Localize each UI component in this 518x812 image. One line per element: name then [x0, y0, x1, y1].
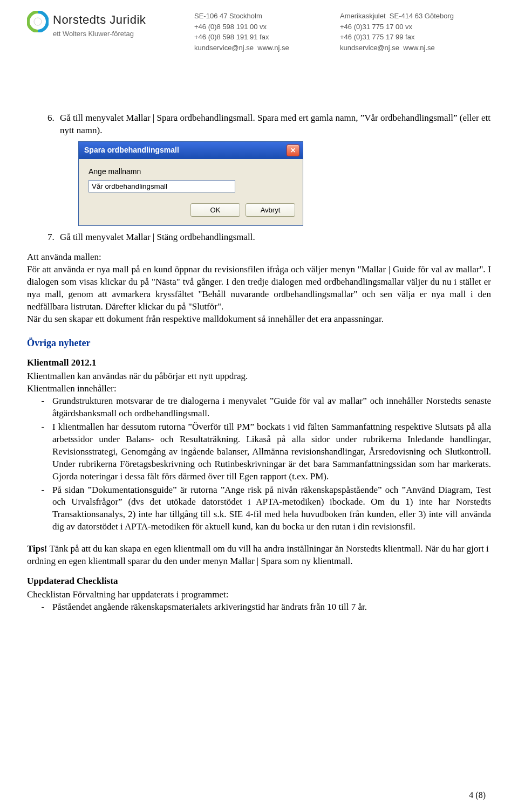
page-number: 4 (8): [469, 790, 486, 800]
col1-l2: +46 (0)8 598 191 00 vx: [194, 22, 329, 32]
heading-checklist: Uppdaterad Checklista: [27, 575, 491, 588]
logo-icon: [27, 11, 49, 32]
brand-subtitle: ett Wolters Kluwer-företag: [53, 29, 146, 39]
cancel-button[interactable]: Avbryt: [246, 203, 295, 217]
tips-label: Tips!: [27, 543, 47, 554]
step-6: Gå till menyvalet Mallar | Spara ordbeha…: [57, 112, 491, 137]
steps-continued-2: Gå till menyvalet Mallar | Stäng ordbeha…: [27, 231, 491, 244]
klient-bullet-1: Grundstrukturen motsvarar de tre dialoge…: [51, 395, 491, 420]
step-7: Gå till menyvalet Mallar | Stäng ordbeha…: [57, 231, 491, 244]
dialog-titlebar[interactable]: Spara ordbehandlingsmall ✕: [79, 142, 303, 159]
checklist-bullets: Påståendet angående räkenskapsmaterialet…: [27, 601, 491, 614]
heading-klientmall: Klientmall 2012.1: [27, 357, 491, 369]
tips-paragraph: Tips! Tänk på att du kan skapa en egen k…: [27, 543, 491, 568]
klientmall-intro: Klientmallen kan användas när du påbörja…: [27, 370, 491, 395]
dialog-field-label: Ange mallnamn: [88, 167, 295, 177]
checklist-intro: Checklistan Förvaltning har uppdaterats …: [27, 589, 491, 601]
address-stockholm: SE-106 47 Stockholm +46 (0)8 598 191 00 …: [194, 11, 329, 53]
klientmall-bullets: Grundstrukturen motsvarar de tre dialoge…: [27, 395, 491, 533]
col2-l1: Amerikaskjulet SE-414 63 Göteborg: [340, 11, 491, 22]
address-goteborg: Amerikaskjulet SE-414 63 Göteborg +46 (0…: [340, 11, 491, 53]
svg-point-0: [34, 18, 42, 25]
tips-body: Tänk på att du kan skapa en egen klientm…: [27, 543, 489, 566]
col2-l2: +46 (0)31 775 17 00 vx: [340, 22, 491, 32]
brand-name: Norstedts Juridik: [53, 11, 146, 29]
col1-l1: SE-106 47 Stockholm: [194, 11, 329, 22]
klient-bullet-3: På sidan ”Dokumentationsguide” är rutorn…: [51, 484, 491, 534]
ok-button[interactable]: OK: [190, 203, 240, 217]
document-header: Norstedts Juridik ett Wolters Kluwer-för…: [27, 11, 491, 53]
close-icon[interactable]: ✕: [287, 144, 299, 156]
col1-l4: kundservice@nj.se www.nj.se: [194, 43, 329, 53]
save-template-dialog: Spara ordbehandlingsmall ✕ Ange mallnamn…: [78, 141, 303, 226]
use-template-paragraph: Att använda mallen: För att använda er n…: [27, 251, 491, 326]
steps-continued: Gå till menyvalet Mallar | Spara ordbeha…: [27, 112, 491, 137]
dialog-title-text: Spara ordbehandlingsmall: [84, 145, 179, 155]
heading-other-news: Övriga nyheter: [27, 336, 491, 349]
klient-bullet-2: I klientmallen har dessutom rutorna ”Öve…: [51, 421, 491, 483]
col2-l3: +46 (0)31 775 17 99 fax: [340, 32, 491, 43]
col1-l3: +46 (0)8 598 191 91 fax: [194, 32, 329, 43]
brand-block: Norstedts Juridik ett Wolters Kluwer-för…: [27, 11, 178, 39]
check-bullet-1: Påståendet angående räkenskapsmaterialet…: [51, 601, 491, 614]
col2-l4: kundservice@nj.se www.nj.se: [340, 43, 491, 53]
template-name-input[interactable]: [88, 180, 235, 192]
